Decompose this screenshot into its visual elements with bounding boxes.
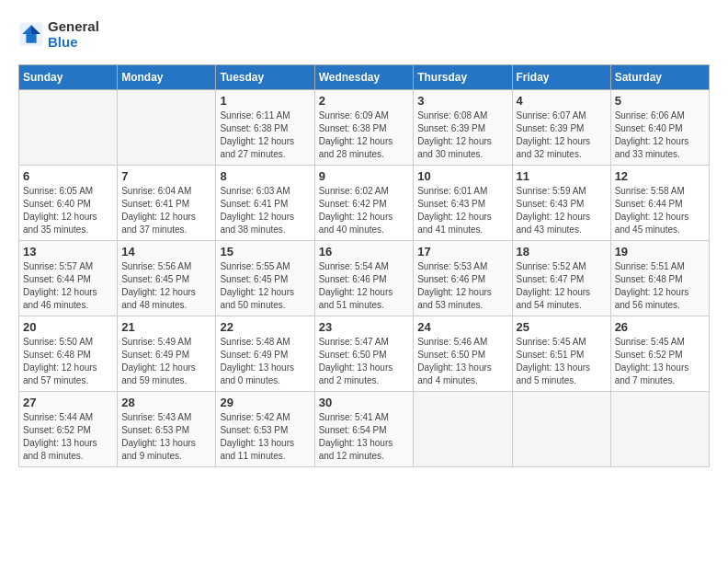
day-info: Sunrise: 5:50 AMSunset: 6:48 PMDaylight:… bbox=[23, 336, 113, 387]
calendar-cell: 18Sunrise: 5:52 AMSunset: 6:47 PMDayligh… bbox=[512, 241, 610, 316]
day-number: 21 bbox=[121, 320, 211, 334]
column-header-thursday: Thursday bbox=[414, 65, 512, 90]
day-info: Sunrise: 6:09 AMSunset: 6:38 PMDaylight:… bbox=[319, 109, 410, 161]
calendar-cell: 8Sunrise: 6:03 AMSunset: 6:41 PMDaylight… bbox=[216, 166, 314, 241]
day-number: 19 bbox=[615, 245, 705, 259]
day-info: Sunrise: 5:48 AMSunset: 6:49 PMDaylight:… bbox=[220, 336, 310, 387]
day-number: 16 bbox=[319, 245, 410, 259]
logo: General Blue bbox=[18, 18, 99, 50]
day-info: Sunrise: 5:57 AMSunset: 6:44 PMDaylight:… bbox=[23, 260, 113, 312]
day-info: Sunrise: 6:08 AMSunset: 6:39 PMDaylight:… bbox=[417, 109, 507, 161]
calendar-header: SundayMondayTuesdayWednesdayThursdayFrid… bbox=[19, 65, 710, 90]
day-info: Sunrise: 6:03 AMSunset: 6:41 PMDaylight:… bbox=[220, 185, 310, 236]
day-info: Sunrise: 5:55 AMSunset: 6:45 PMDaylight:… bbox=[220, 260, 310, 312]
column-header-sunday: Sunday bbox=[19, 65, 118, 90]
calendar-cell: 5Sunrise: 6:06 AMSunset: 6:40 PMDaylight… bbox=[610, 90, 709, 166]
day-number: 5 bbox=[615, 94, 705, 108]
day-info: Sunrise: 5:49 AMSunset: 6:49 PMDaylight:… bbox=[121, 336, 211, 387]
day-number: 17 bbox=[417, 245, 507, 259]
day-info: Sunrise: 5:41 AMSunset: 6:54 PMDaylight:… bbox=[319, 411, 410, 463]
week-row-5: 27Sunrise: 5:44 AMSunset: 6:52 PMDayligh… bbox=[19, 392, 710, 467]
calendar-cell: 20Sunrise: 5:50 AMSunset: 6:48 PMDayligh… bbox=[19, 316, 118, 392]
logo-text: General Blue bbox=[48, 18, 99, 50]
calendar-cell: 25Sunrise: 5:45 AMSunset: 6:51 PMDayligh… bbox=[512, 316, 610, 392]
column-header-tuesday: Tuesday bbox=[216, 65, 314, 90]
day-number: 18 bbox=[517, 245, 607, 259]
calendar-cell bbox=[610, 392, 709, 467]
calendar-cell: 6Sunrise: 6:05 AMSunset: 6:40 PMDaylight… bbox=[19, 166, 118, 241]
calendar-cell bbox=[414, 392, 512, 467]
calendar-cell: 17Sunrise: 5:53 AMSunset: 6:46 PMDayligh… bbox=[414, 241, 512, 316]
day-info: Sunrise: 6:04 AMSunset: 6:41 PMDaylight:… bbox=[121, 185, 211, 236]
day-info: Sunrise: 6:11 AMSunset: 6:38 PMDaylight:… bbox=[220, 109, 310, 161]
calendar-cell: 13Sunrise: 5:57 AMSunset: 6:44 PMDayligh… bbox=[19, 241, 118, 316]
calendar-cell: 1Sunrise: 6:11 AMSunset: 6:38 PMDaylight… bbox=[216, 90, 314, 166]
day-number: 11 bbox=[517, 169, 607, 183]
day-info: Sunrise: 5:52 AMSunset: 6:47 PMDaylight:… bbox=[517, 260, 607, 312]
day-info: Sunrise: 6:07 AMSunset: 6:39 PMDaylight:… bbox=[517, 109, 607, 161]
week-row-1: 1Sunrise: 6:11 AMSunset: 6:38 PMDaylight… bbox=[19, 90, 710, 166]
page-header: General Blue bbox=[18, 18, 710, 50]
calendar-cell: 19Sunrise: 5:51 AMSunset: 6:48 PMDayligh… bbox=[610, 241, 709, 316]
calendar-cell: 7Sunrise: 6:04 AMSunset: 6:41 PMDaylight… bbox=[118, 166, 216, 241]
day-number: 1 bbox=[220, 94, 310, 108]
day-info: Sunrise: 5:59 AMSunset: 6:43 PMDaylight:… bbox=[517, 185, 607, 236]
day-number: 20 bbox=[23, 320, 113, 334]
day-number: 2 bbox=[319, 94, 410, 108]
day-number: 12 bbox=[615, 169, 705, 183]
day-info: Sunrise: 6:06 AMSunset: 6:40 PMDaylight:… bbox=[615, 109, 705, 161]
day-number: 26 bbox=[615, 320, 705, 334]
week-row-4: 20Sunrise: 5:50 AMSunset: 6:48 PMDayligh… bbox=[19, 316, 710, 392]
day-number: 7 bbox=[121, 169, 211, 183]
calendar-cell: 23Sunrise: 5:47 AMSunset: 6:50 PMDayligh… bbox=[314, 316, 414, 392]
day-info: Sunrise: 6:02 AMSunset: 6:42 PMDaylight:… bbox=[319, 185, 410, 236]
column-header-monday: Monday bbox=[118, 65, 216, 90]
day-number: 14 bbox=[121, 245, 211, 259]
calendar-cell: 26Sunrise: 5:45 AMSunset: 6:52 PMDayligh… bbox=[610, 316, 709, 392]
calendar-cell: 12Sunrise: 5:58 AMSunset: 6:44 PMDayligh… bbox=[610, 166, 709, 241]
day-info: Sunrise: 6:01 AMSunset: 6:43 PMDaylight:… bbox=[417, 185, 507, 236]
calendar-cell: 21Sunrise: 5:49 AMSunset: 6:49 PMDayligh… bbox=[118, 316, 216, 392]
column-header-wednesday: Wednesday bbox=[314, 65, 414, 90]
calendar-cell: 14Sunrise: 5:56 AMSunset: 6:45 PMDayligh… bbox=[118, 241, 216, 316]
day-info: Sunrise: 5:51 AMSunset: 6:48 PMDaylight:… bbox=[615, 260, 705, 312]
column-header-friday: Friday bbox=[512, 65, 610, 90]
calendar-cell: 3Sunrise: 6:08 AMSunset: 6:39 PMDaylight… bbox=[414, 90, 512, 166]
calendar-body: 1Sunrise: 6:11 AMSunset: 6:38 PMDaylight… bbox=[19, 90, 710, 467]
calendar-cell: 11Sunrise: 5:59 AMSunset: 6:43 PMDayligh… bbox=[512, 166, 610, 241]
calendar-cell bbox=[118, 90, 216, 166]
day-number: 24 bbox=[417, 320, 507, 334]
day-info: Sunrise: 6:05 AMSunset: 6:40 PMDaylight:… bbox=[23, 185, 113, 236]
day-info: Sunrise: 5:54 AMSunset: 6:46 PMDaylight:… bbox=[319, 260, 410, 312]
column-header-saturday: Saturday bbox=[610, 65, 709, 90]
day-number: 25 bbox=[517, 320, 607, 334]
day-number: 13 bbox=[23, 245, 113, 259]
day-number: 23 bbox=[319, 320, 410, 334]
day-info: Sunrise: 5:56 AMSunset: 6:45 PMDaylight:… bbox=[121, 260, 211, 312]
day-info: Sunrise: 5:45 AMSunset: 6:51 PMDaylight:… bbox=[517, 336, 607, 387]
day-number: 29 bbox=[220, 396, 310, 409]
calendar-cell: 2Sunrise: 6:09 AMSunset: 6:38 PMDaylight… bbox=[314, 90, 414, 166]
calendar-cell: 30Sunrise: 5:41 AMSunset: 6:54 PMDayligh… bbox=[314, 392, 414, 467]
calendar-cell: 15Sunrise: 5:55 AMSunset: 6:45 PMDayligh… bbox=[216, 241, 314, 316]
day-number: 22 bbox=[220, 320, 310, 334]
day-number: 8 bbox=[220, 169, 310, 183]
day-number: 10 bbox=[417, 169, 507, 183]
calendar-cell: 28Sunrise: 5:43 AMSunset: 6:53 PMDayligh… bbox=[118, 392, 216, 467]
calendar-cell: 9Sunrise: 6:02 AMSunset: 6:42 PMDaylight… bbox=[314, 166, 414, 241]
calendar-cell: 16Sunrise: 5:54 AMSunset: 6:46 PMDayligh… bbox=[314, 241, 414, 316]
calendar-cell bbox=[19, 90, 118, 166]
day-number: 30 bbox=[319, 396, 410, 409]
calendar-cell: 27Sunrise: 5:44 AMSunset: 6:52 PMDayligh… bbox=[19, 392, 118, 467]
calendar-cell: 29Sunrise: 5:42 AMSunset: 6:53 PMDayligh… bbox=[216, 392, 314, 467]
day-info: Sunrise: 5:42 AMSunset: 6:53 PMDaylight:… bbox=[220, 411, 310, 463]
day-info: Sunrise: 5:46 AMSunset: 6:50 PMDaylight:… bbox=[417, 336, 507, 387]
day-info: Sunrise: 5:43 AMSunset: 6:53 PMDaylight:… bbox=[121, 411, 211, 463]
day-number: 4 bbox=[517, 94, 607, 108]
calendar-cell: 22Sunrise: 5:48 AMSunset: 6:49 PMDayligh… bbox=[216, 316, 314, 392]
week-row-2: 6Sunrise: 6:05 AMSunset: 6:40 PMDaylight… bbox=[19, 166, 710, 241]
header-row: SundayMondayTuesdayWednesdayThursdayFrid… bbox=[19, 65, 710, 90]
calendar-cell: 24Sunrise: 5:46 AMSunset: 6:50 PMDayligh… bbox=[414, 316, 512, 392]
day-number: 28 bbox=[121, 396, 211, 409]
week-row-3: 13Sunrise: 5:57 AMSunset: 6:44 PMDayligh… bbox=[19, 241, 710, 316]
